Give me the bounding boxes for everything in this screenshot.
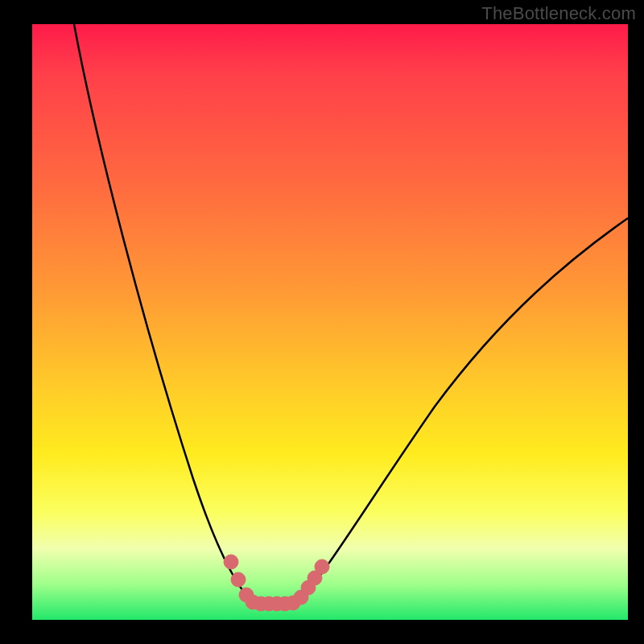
marker-point [315,559,329,574]
curve-right-branch [298,218,628,602]
chart-frame: TheBottleneck.com [0,0,644,644]
curve-group [74,24,628,606]
marker-group [224,555,329,611]
marker-point [224,555,238,569]
curve-left-branch [74,24,253,602]
chart-overlay [32,24,628,620]
watermark-text: TheBottleneck.com [481,3,636,24]
marker-point [231,572,246,587]
